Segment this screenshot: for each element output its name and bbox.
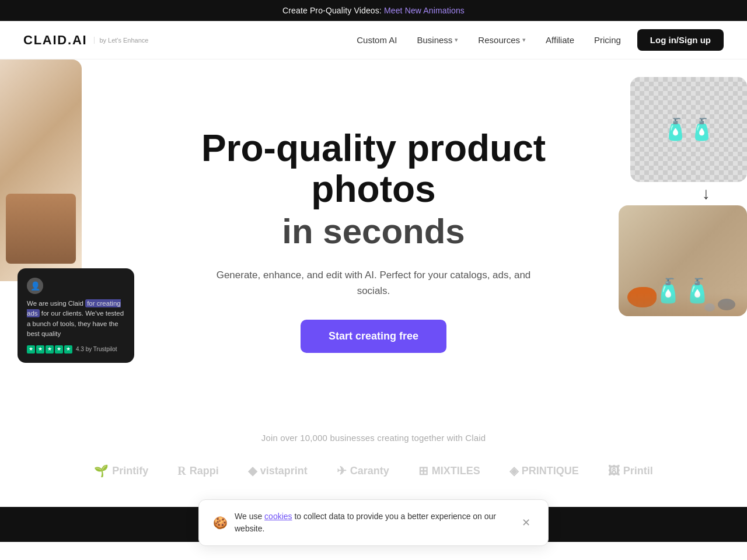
product-after-image	[619, 205, 747, 316]
testimonial-highlight: for creating ads	[27, 299, 121, 317]
product-before-image	[630, 77, 747, 182]
cookie-icon: 🍪	[213, 516, 228, 530]
announcement-text: Create Pro-Quality Videos:	[282, 6, 384, 15]
hero-sofa-image	[0, 60, 82, 281]
brand-printique: ◈ PRINTIQUE	[509, 464, 579, 478]
trustpilot-row: ★ ★ ★ ★ ★ 4.3 by Trustpilot	[27, 345, 125, 354]
cookie-link[interactable]: cookies	[264, 512, 292, 521]
rappi-icon: R	[177, 464, 186, 478]
prop-small-stone	[704, 303, 715, 312]
hero-description: Generate, enhance, and edit with AI. Per…	[210, 267, 537, 299]
nav-item-resources[interactable]: Resources ▾	[470, 30, 534, 50]
printify-icon: 🌱	[94, 464, 109, 478]
nav-item-pricing[interactable]: Pricing	[586, 30, 629, 50]
nav-item-custom-ai[interactable]: Custom AI	[348, 30, 405, 50]
nav-item-affiliate[interactable]: Affiliate	[537, 30, 582, 50]
logos-label: Join over 10,000 businesses creating tog…	[12, 433, 735, 443]
avatar: 👤	[27, 278, 43, 294]
hero-product-images: ↓	[619, 77, 747, 316]
chevron-down-icon: ▾	[522, 36, 526, 44]
star-3: ★	[46, 345, 54, 354]
star-2: ★	[36, 345, 44, 354]
logo-text[interactable]: CLAID.AI	[23, 33, 87, 48]
main-nav: Custom AI Business ▾ Resources ▾ Affilia…	[348, 29, 724, 51]
announcement-link[interactable]: Meet New Animations	[384, 6, 465, 15]
hero-section: 👤 We are using Claid for creating ads fo…	[0, 60, 747, 410]
cookie-text: We use cookies to collect data to provid…	[235, 510, 511, 535]
prop-grey-stone	[718, 299, 735, 310]
caranty-icon: ✈	[337, 464, 347, 478]
cookie-banner: 🍪 We use cookies to collect data to prov…	[198, 499, 549, 542]
star-5: ★	[64, 345, 72, 354]
cta-button[interactable]: Start creating free	[301, 320, 446, 353]
brand-printil: 🖼 Printil	[608, 464, 653, 478]
logo-area: CLAID.AI by Let's Enhance	[23, 33, 148, 48]
chevron-down-icon: ▾	[455, 36, 458, 44]
printique-icon: ◈	[509, 464, 518, 478]
prop-orange-stone	[627, 287, 657, 307]
cookie-close-button[interactable]: ✕	[518, 515, 534, 530]
mixtiles-icon: ⊞	[418, 464, 428, 478]
header: CLAID.AI by Let's Enhance Custom AI Busi…	[0, 21, 747, 60]
nav-item-business[interactable]: Business ▾	[409, 30, 466, 50]
brand-rappi: R Rappi	[177, 464, 218, 478]
brand-logos-row: 🌱 Printify R Rappi ◆ vistaprint ✈ Carant…	[12, 464, 735, 478]
logos-section: Join over 10,000 businesses creating tog…	[0, 410, 747, 507]
brand-printify: 🌱 Printify	[94, 464, 148, 478]
login-button[interactable]: Log in/Sign up	[637, 29, 724, 51]
testimonial-text: We are using Claid for creating ads for …	[27, 299, 125, 339]
arrow-down-icon: ↓	[665, 184, 747, 203]
vistaprint-icon: ◆	[248, 464, 257, 478]
star-4: ★	[55, 345, 63, 354]
announcement-bar: Create Pro-Quality Videos: Meet New Anim…	[0, 0, 747, 21]
brand-caranty: ✈ Caranty	[337, 464, 389, 478]
printil-icon: 🖼	[608, 464, 620, 478]
testimonial-card: 👤 We are using Claid for creating ads fo…	[18, 268, 134, 363]
brand-vistaprint: ◆ vistaprint	[248, 464, 308, 478]
rating-label: 4.3 by Trustpilot	[76, 345, 117, 354]
hero-title: Pro-quality product photos in seconds	[146, 128, 601, 251]
logo-byline: by Let's Enhance	[94, 37, 148, 44]
star-rating: ★ ★ ★ ★ ★	[27, 345, 72, 354]
star-1: ★	[27, 345, 35, 354]
brand-mixtiles: ⊞ MIXTILES	[418, 464, 480, 478]
